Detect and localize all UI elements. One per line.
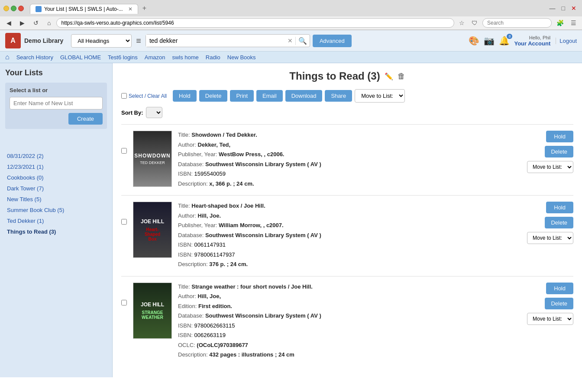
desc-label3: Description: <box>178 351 209 358</box>
url-bar[interactable] <box>56 18 454 28</box>
minimize-button[interactable] <box>3 6 9 11</box>
nav-search-history[interactable]: Search History <box>16 54 53 61</box>
book-delete-heartbox[interactable]: Delete <box>545 217 573 228</box>
book-delete-strange[interactable]: Delete <box>545 298 573 309</box>
menu-button[interactable]: ☰ <box>569 19 579 27</box>
book-hold-strange[interactable]: Hold <box>546 283 573 294</box>
nav-swls-home[interactable]: swls home <box>172 54 198 61</box>
book-oclc-strange: (OCoLC)970389677 <box>197 342 248 348</box>
book-checkbox-strange[interactable] <box>121 300 127 305</box>
close-button[interactable] <box>18 6 24 11</box>
book-hold-showdown[interactable]: Hold <box>546 131 573 142</box>
sidebar-item-things-to-read[interactable]: Things to Read (3) <box>5 226 107 237</box>
sort-select[interactable] <box>146 107 162 118</box>
new-tab-button[interactable]: + <box>139 3 150 14</box>
share-button[interactable]: Share <box>325 90 352 102</box>
sidebar-item-dark-tower[interactable]: Dark Tower (7) <box>5 183 107 194</box>
nav-radio[interactable]: Radio <box>206 54 220 61</box>
bookmark-button[interactable]: ☆ <box>457 19 467 27</box>
email-button[interactable]: Email <box>256 90 283 102</box>
book-cover-strange: JOE HILL STRANGEWEATHER <box>133 283 172 339</box>
window-restore-btn[interactable]: □ <box>559 4 567 13</box>
search-input[interactable] <box>146 35 285 47</box>
book-db-showdown: Southwest Wisconsin Library System ( AV … <box>205 161 321 167</box>
nav-new-books[interactable]: New Books <box>227 54 256 61</box>
title-delete-icon[interactable]: 🗑 <box>398 72 405 81</box>
search-type-select[interactable]: All Headings <box>71 34 132 48</box>
account-button[interactable]: Your Account <box>514 40 550 47</box>
color-icon-button[interactable]: 🎨 <box>469 35 479 46</box>
hold-all-button[interactable]: Hold <box>173 90 197 102</box>
book-desc-strange: 432 pages : illustrations ; 24 cm <box>209 351 294 358</box>
book-isbn-strange: 9780062663115 <box>194 322 235 329</box>
delete-all-button[interactable]: Delete <box>199 90 228 102</box>
sidebar-item-08312022[interactable]: 08/31/2022 (2) <box>5 151 107 161</box>
stack-icon: ≡ <box>136 36 141 46</box>
create-list-button[interactable]: Create <box>68 113 103 125</box>
book-checkbox-heartbox[interactable] <box>121 219 127 225</box>
forward-button[interactable]: ▶ <box>17 18 28 28</box>
book-author-strange: Hill, Joe, <box>198 293 221 299</box>
active-tab[interactable]: Your List | SWLS | SWLS | Auto-... ✕ <box>30 4 138 14</box>
book-info-showdown: Title: Showdown / Ted Dekker. Author: De… <box>178 131 521 189</box>
sidebar-item-summer-book-club[interactable]: Summer Book Club (5) <box>5 205 107 215</box>
library-name: Demo Library <box>24 37 63 44</box>
shield-icon[interactable]: 🛡 <box>469 19 480 27</box>
db-label: Database: <box>178 161 205 167</box>
logout-button[interactable]: Logout <box>556 38 577 44</box>
select-all-checkbox[interactable] <box>121 93 127 99</box>
maximize-button[interactable] <box>11 6 16 11</box>
back-button[interactable]: ◀ <box>3 18 14 28</box>
book-cover-heartbox: JOE HILL Heart-ShapedBox <box>133 202 172 258</box>
refresh-button[interactable]: ↺ <box>30 18 42 28</box>
browser-search-input[interactable] <box>482 18 552 28</box>
nav-test6-logins[interactable]: Test6 logins <box>108 54 138 61</box>
move-to-list-select[interactable]: Move to List: <box>355 89 405 103</box>
book-delete-showdown[interactable]: Delete <box>545 146 573 157</box>
print-button[interactable]: Print <box>230 90 254 102</box>
action-bar: Select / Clear All Hold Delete Print Ema… <box>121 89 573 103</box>
sidebar: Your Lists Select a list or Create 08/31… <box>0 63 113 377</box>
sidebar-item-new-titles[interactable]: New Titles (5) <box>5 194 107 205</box>
camera-icon-button[interactable]: 📷 <box>484 35 495 46</box>
search-clear-button[interactable]: ✕ <box>285 37 295 44</box>
window-close-btn[interactable]: ✕ <box>569 4 579 13</box>
book-author-heartbox: Hill, Joe. <box>198 212 221 219</box>
book-move-strange[interactable]: Move to List: <box>527 313 573 325</box>
nav-amazon[interactable]: Amazon <box>145 54 165 61</box>
book-move-heartbox[interactable]: Move to List: <box>527 232 573 244</box>
book-move-showdown[interactable]: Move to List: <box>527 161 573 173</box>
new-list-input[interactable] <box>10 97 103 109</box>
search-go-button[interactable]: 🔍 <box>295 37 310 45</box>
main-layout: Your Lists Select a list or Create 08/31… <box>0 63 582 377</box>
desc-label2: Description: <box>178 261 209 267</box>
nav-global-home[interactable]: GLOBAL HOME <box>60 54 101 61</box>
book-checkbox-showdown[interactable] <box>121 148 127 154</box>
browser-nav-bar: ◀ ▶ ↺ ⌂ ☆ 🛡 🧩 ☰ <box>0 16 582 30</box>
book-hold-heartbox[interactable]: Hold <box>546 202 573 213</box>
advanced-search-button[interactable]: Advanced <box>313 35 352 47</box>
home-nav-button[interactable]: ⌂ <box>44 18 54 28</box>
notifications-button[interactable]: 🔔 8 <box>499 35 510 46</box>
download-button[interactable]: Download <box>285 90 323 102</box>
window-minimize-btn[interactable]: — <box>547 4 558 13</box>
sidebar-item-cookbooks[interactable]: Cookbooks (0) <box>5 172 107 183</box>
sort-bar: Sort By: <box>121 107 573 118</box>
home-icon[interactable]: ⌂ <box>5 53 10 61</box>
tab-close-button[interactable]: ✕ <box>128 6 133 12</box>
account-area: Hello, Phil Your Account <box>514 35 550 47</box>
title-edit-icon[interactable]: ✏️ <box>385 72 393 80</box>
title-label: Title: <box>178 132 191 138</box>
sidebar-item-12232021[interactable]: 12/23/2021 (1) <box>5 161 107 172</box>
isbn-label: ISBN: <box>178 170 194 177</box>
select-clear-all[interactable]: Select / Clear All <box>121 93 167 99</box>
extensions-button[interactable]: 🧩 <box>554 19 566 27</box>
book-item-showdown: SHOWDOWN TED DEKKER Title: Showdown / Te… <box>121 124 573 195</box>
title-label2: Title: <box>178 202 191 209</box>
book-title-showdown: Showdown / Ted Dekker. <box>191 132 257 138</box>
pub-label: Publisher, Year: <box>178 151 219 157</box>
sidebar-item-ted-dekker[interactable]: Ted Dekker (1) <box>5 215 107 226</box>
book-title-strange: Strange weather : four short novels / Jo… <box>191 283 313 290</box>
author-label2: Author: <box>178 212 198 219</box>
book-desc-heartbox: 376 p. ; 24 cm. <box>209 261 248 267</box>
